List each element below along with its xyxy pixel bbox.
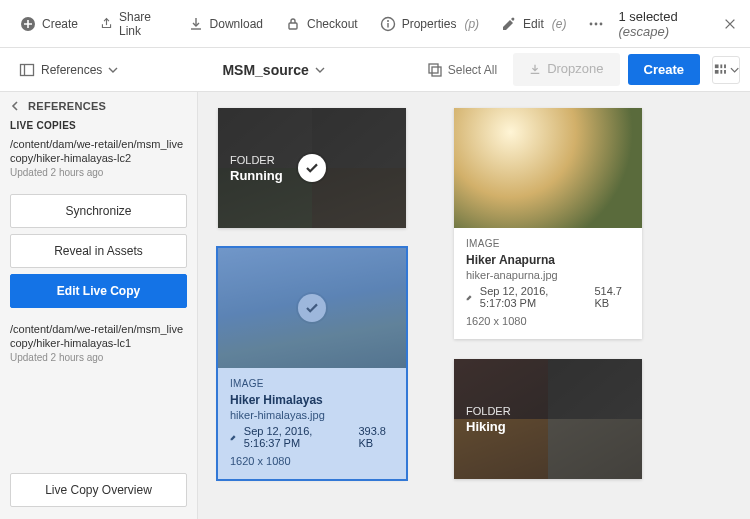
chevron-down-icon [730, 65, 739, 75]
selection-count: 1 selected (escape) [618, 9, 712, 39]
dropzone-button: Dropzone [513, 53, 619, 86]
rail-heading: REFERENCES [28, 100, 106, 112]
card-dimensions: 1620 x 1080 [230, 455, 394, 467]
svg-rect-11 [432, 67, 441, 76]
card-filename: hiker-himalayas.jpg [230, 409, 394, 421]
livecopy-path: /content/dam/we-retail/en/msm_livecopy/h… [10, 137, 187, 165]
card-type: FOLDER [466, 405, 511, 417]
svg-rect-17 [724, 70, 726, 74]
properties-label: Properties [402, 17, 457, 31]
create-action-label: Create [42, 17, 78, 31]
rail-toggle[interactable]: References [10, 57, 127, 83]
view-switcher[interactable] [712, 56, 740, 84]
pencil-icon [230, 432, 238, 442]
lock-icon [285, 16, 301, 32]
share-link-label: Share Link [119, 10, 166, 38]
livecopy-item[interactable]: /content/dam/we-retail/en/msm_livecopy/h… [10, 137, 187, 178]
svg-rect-16 [720, 70, 722, 74]
edit-shortcut: (e) [552, 17, 567, 31]
card-date: Sep 12, 2016, 5:16:37 PM [244, 425, 345, 449]
checkout-label: Checkout [307, 17, 358, 31]
image-card-hiker-anapurna[interactable]: IMAGE Hiker Anapurna hiker-anapurna.jpg … [454, 108, 642, 339]
secondary-bar: References MSM_source Select All Dropzon… [0, 48, 750, 92]
live-copy-overview-button[interactable]: Live Copy Overview [10, 473, 187, 507]
svg-point-6 [595, 22, 598, 25]
properties-shortcut: (p) [464, 17, 479, 31]
card-title: Hiking [466, 419, 511, 435]
folder-card-running[interactable]: FOLDER Running [218, 108, 406, 228]
plus-circle-icon [20, 16, 36, 32]
check-icon[interactable] [298, 154, 326, 182]
card-size: 514.7 KB [594, 285, 630, 309]
edit-label: Edit [523, 17, 544, 31]
svg-rect-12 [715, 64, 719, 68]
info-icon [380, 16, 396, 32]
svg-rect-15 [715, 70, 719, 74]
rail-toggle-icon [19, 62, 35, 78]
check-icon[interactable] [298, 294, 326, 322]
svg-point-5 [590, 22, 593, 25]
card-filename: hiker-anapurna.jpg [466, 269, 630, 281]
rail-subheading: LIVE COPIES [10, 120, 187, 131]
breadcrumb-label: MSM_source [222, 62, 308, 78]
create-button[interactable]: Create [628, 54, 700, 85]
select-all-label: Select All [448, 63, 497, 77]
main-layout: REFERENCES LIVE COPIES /content/dam/we-r… [0, 92, 750, 519]
card-date: Sep 12, 2016, 5:17:03 PM [480, 285, 581, 309]
reveal-in-assets-button[interactable]: Reveal in Assets [10, 234, 187, 268]
reveal-label: Reveal in Assets [54, 244, 143, 258]
assets-content: FOLDER Running [198, 92, 750, 519]
close-selection[interactable] [720, 12, 740, 36]
svg-rect-13 [720, 64, 722, 68]
rail-toggle-label: References [41, 63, 102, 77]
synchronize-button[interactable]: Synchronize [10, 194, 187, 228]
select-all-icon [428, 63, 442, 77]
livecopy-updated: Updated 2 hours ago [10, 352, 187, 363]
edit-live-copy-label: Edit Live Copy [57, 284, 140, 298]
edit-live-copy-button[interactable]: Edit Live Copy [10, 274, 187, 308]
svg-point-3 [387, 20, 389, 22]
svg-rect-14 [724, 64, 726, 68]
download-action[interactable]: Download [178, 10, 273, 38]
properties-action[interactable]: Properties (p) [370, 10, 489, 38]
chevron-left-icon[interactable] [10, 101, 20, 111]
livecopy-item[interactable]: /content/dam/we-retail/en/msm_livecopy/h… [10, 322, 187, 363]
card-size: 393.8 KB [358, 425, 394, 449]
share-icon [100, 16, 113, 32]
edit-action[interactable]: Edit (e) [491, 10, 576, 38]
card-type: IMAGE [230, 378, 394, 389]
selection-count-text: 1 selected [618, 9, 677, 24]
references-rail: REFERENCES LIVE COPIES /content/dam/we-r… [0, 92, 198, 519]
share-link-action[interactable]: Share Link [90, 4, 176, 44]
livecopy-updated: Updated 2 hours ago [10, 167, 187, 178]
card-title: Hiker Himalayas [230, 393, 394, 407]
checkout-action[interactable]: Checkout [275, 10, 368, 38]
folder-card-hiking[interactable]: FOLDER Hiking [454, 359, 642, 479]
action-bar: Create Share Link Download Checkout Prop… [0, 0, 750, 48]
synchronize-label: Synchronize [65, 204, 131, 218]
svg-rect-8 [21, 64, 34, 75]
chevron-down-icon [108, 65, 118, 75]
live-copy-overview-label: Live Copy Overview [45, 483, 152, 497]
chevron-down-icon [315, 65, 325, 75]
livecopy-path: /content/dam/we-retail/en/msm_livecopy/h… [10, 322, 187, 350]
more-icon [588, 16, 604, 32]
card-view-icon [713, 62, 728, 78]
rail-heading-row: REFERENCES [10, 100, 187, 112]
card-type: FOLDER [230, 154, 275, 166]
select-all[interactable]: Select All [420, 59, 505, 81]
download-label: Download [210, 17, 263, 31]
pencil-icon [466, 292, 474, 302]
more-actions[interactable] [578, 10, 614, 38]
breadcrumb[interactable]: MSM_source [222, 62, 324, 78]
pencil-icon [501, 16, 517, 32]
card-title: Hiker Anapurna [466, 253, 630, 267]
image-card-hiker-himalayas[interactable]: IMAGE Hiker Himalayas hiker-himalayas.jp… [218, 248, 406, 479]
card-dimensions: 1620 x 1080 [466, 315, 630, 327]
create-action[interactable]: Create [10, 10, 88, 38]
svg-rect-10 [429, 64, 438, 73]
create-button-label: Create [644, 62, 684, 77]
svg-point-7 [600, 22, 603, 25]
card-title: Running [230, 168, 283, 184]
svg-rect-4 [387, 23, 388, 28]
